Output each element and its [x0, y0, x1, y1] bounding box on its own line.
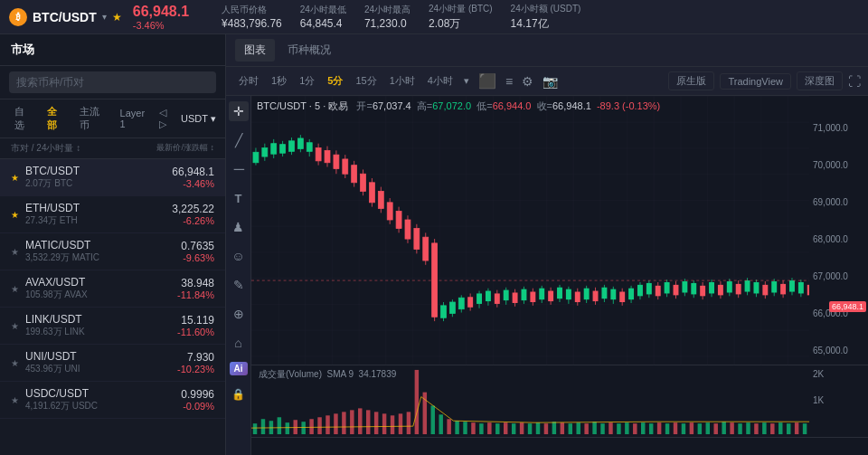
- pair-row[interactable]: ★ LINK/USDT 199.63万 LINK 15.119 -11.60%: [0, 308, 225, 345]
- volume-scale: 2K 1K: [809, 365, 868, 437]
- svg-rect-197: [698, 423, 702, 434]
- camera-icon[interactable]: 📷: [539, 72, 561, 90]
- sidebar-tab-layer1[interactable]: Layer 1: [115, 106, 151, 131]
- pair-change: -11.84%: [120, 289, 215, 300]
- pair-change: -10.23%: [120, 364, 215, 374]
- time-btn-1m[interactable]: 1分: [294, 72, 320, 90]
- svg-rect-73: [566, 289, 571, 299]
- svg-rect-45: [441, 306, 447, 318]
- svg-rect-180: [561, 422, 564, 434]
- pair-price-col: 0.7635 -9.63%: [120, 240, 215, 263]
- svg-rect-200: [722, 422, 725, 434]
- star-icon[interactable]: ★: [112, 11, 122, 24]
- svg-rect-183: [584, 423, 588, 434]
- sidebar-tab-all[interactable]: 全部: [42, 103, 67, 134]
- pair-price-col: 7.930 -10.23%: [120, 351, 215, 374]
- pair-list: ★ BTC/USDT 2.07万 BTC 66,948.1 -3.46% ★ E…: [0, 159, 225, 455]
- emoji-tool[interactable]: ☺: [229, 246, 249, 266]
- sidebar-tab-mainstream[interactable]: 主流币: [74, 103, 107, 134]
- btn-native[interactable]: 原生版: [668, 71, 714, 90]
- text-tool[interactable]: T: [229, 188, 249, 208]
- btn-depth[interactable]: 深度图: [797, 71, 843, 90]
- svg-rect-41: [423, 237, 429, 261]
- time-btn-fenshi[interactable]: 分时: [233, 72, 264, 90]
- svg-rect-167: [455, 421, 458, 434]
- svg-rect-63: [521, 289, 526, 300]
- sidebar-tab-usdt[interactable]: USDT ▾: [181, 113, 216, 125]
- pair-volume: 2.07万 BTC: [25, 177, 120, 190]
- svg-rect-199: [713, 423, 717, 434]
- chart-info-bar: BTC/USDT · 5 · 欧易 开=67,037.4 高=67,072.0 …: [257, 100, 660, 113]
- pair-star[interactable]: ★: [11, 173, 20, 183]
- pair-star[interactable]: ★: [11, 358, 20, 368]
- svg-rect-121: [780, 284, 786, 294]
- draw-line-tool[interactable]: ╱: [229, 130, 249, 150]
- zoom-tool[interactable]: ⊕: [229, 304, 249, 324]
- pair-star[interactable]: ★: [11, 247, 20, 257]
- svg-rect-113: [745, 280, 750, 291]
- horizontal-line-tool[interactable]: ─: [229, 159, 249, 179]
- svg-rect-201: [730, 422, 733, 434]
- expand-icon[interactable]: ⛶: [848, 74, 861, 89]
- svg-rect-181: [569, 423, 572, 434]
- settings-icon[interactable]: ⚙: [518, 72, 537, 90]
- svg-rect-101: [691, 283, 696, 294]
- pair-star[interactable]: ★: [11, 321, 20, 331]
- ai-badge[interactable]: Ai: [230, 362, 248, 375]
- pair-dropdown[interactable]: ▾: [102, 12, 107, 22]
- svg-rect-57: [495, 293, 500, 303]
- pair-row[interactable]: ★ USDC/USDT 4,191.62万 USDC 0.9996 -0.09%: [0, 382, 225, 419]
- pair-price: 15.119: [120, 314, 215, 327]
- svg-rect-196: [690, 422, 693, 434]
- home-tool[interactable]: ⌂: [229, 333, 249, 353]
- pencil-tool[interactable]: ✎: [229, 275, 249, 295]
- svg-rect-182: [576, 422, 580, 434]
- time-btn-5m[interactable]: 5分: [322, 72, 348, 90]
- svg-rect-170: [479, 423, 483, 434]
- time-btn-15m[interactable]: 15分: [350, 72, 382, 90]
- pair-symbol: AVAX/USDT: [25, 276, 120, 289]
- figure-tool[interactable]: ♟: [229, 217, 249, 237]
- btn-tradingview[interactable]: TradingView: [720, 73, 791, 90]
- svg-rect-188: [625, 422, 628, 434]
- pair-star[interactable]: ★: [11, 284, 20, 294]
- svg-rect-145: [278, 417, 281, 434]
- pair-row[interactable]: ★ MATIC/USDT 3,532.29万 MATIC 0.7635 -9.6…: [0, 233, 225, 270]
- svg-rect-5: [262, 147, 268, 156]
- pair-star[interactable]: ★: [11, 395, 20, 405]
- lock-tool[interactable]: 🔒: [229, 384, 249, 404]
- crosshair-tool[interactable]: ✛: [229, 101, 249, 121]
- svg-rect-166: [447, 419, 450, 434]
- pair-row[interactable]: ★ UNI/USDT 453.96万 UNI 7.930 -10.23%: [0, 345, 225, 382]
- svg-rect-37: [405, 220, 410, 239]
- search-input[interactable]: [9, 71, 216, 93]
- pair-row[interactable]: ★ AVAX/USDT 105.98万 AVAX 38.948 -11.84%: [0, 270, 225, 308]
- svg-rect-85: [619, 292, 625, 302]
- sidebar-title: 市场: [0, 34, 225, 66]
- pair-change: -3.46%: [120, 178, 215, 189]
- time-more[interactable]: ▾: [460, 75, 473, 87]
- indicators-icon[interactable]: ≡: [502, 72, 516, 90]
- svg-rect-49: [458, 298, 464, 308]
- sidebar-tab-zixuan[interactable]: 自选: [9, 103, 34, 134]
- candle-type-icon[interactable]: ⬛: [475, 71, 500, 91]
- time-btn-4h[interactable]: 4小时: [422, 72, 458, 90]
- pair-price-col: 66,948.1 -3.46%: [120, 166, 215, 189]
- pair-volume: 3,532.29万 MATIC: [25, 251, 120, 264]
- tab-chart[interactable]: 图表: [235, 39, 275, 62]
- svg-rect-168: [463, 422, 467, 434]
- pair-info-col: MATIC/USDT 3,532.29万 MATIC: [25, 239, 120, 264]
- tab-overview[interactable]: 币种概况: [278, 39, 340, 62]
- time-btn-1s[interactable]: 1秒: [266, 72, 292, 90]
- svg-rect-209: [795, 422, 798, 434]
- time-btn-1h[interactable]: 1小时: [384, 72, 420, 90]
- svg-rect-15: [307, 143, 312, 152]
- time-axis: 1:00 22:30 13 1:30 3:00 4:30 6:00 7:30: [251, 437, 868, 455]
- svg-rect-67: [539, 289, 544, 299]
- pair-symbol: ETH/USDT: [25, 202, 120, 214]
- pair-star[interactable]: ★: [11, 210, 20, 220]
- svg-rect-61: [513, 292, 518, 302]
- pair-row[interactable]: ★ ETH/USDT 27.34万 ETH 3,225.22 -6.26%: [0, 196, 225, 233]
- pair-row[interactable]: ★ BTC/USDT 2.07万 BTC 66,948.1 -3.46%: [0, 159, 225, 196]
- svg-rect-175: [520, 422, 524, 434]
